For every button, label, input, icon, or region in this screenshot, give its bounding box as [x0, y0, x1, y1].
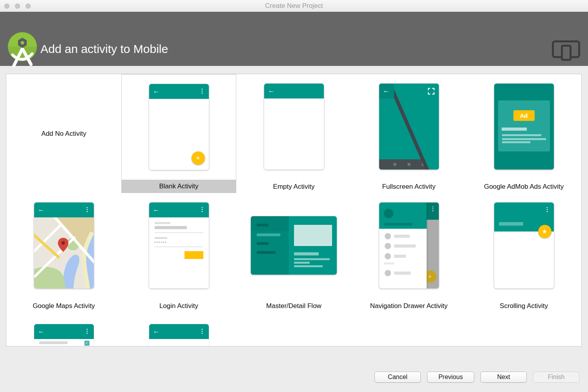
template-fullscreen-activity[interactable]: ← Fullscreen Activity: [351, 74, 466, 193]
blank-activity-preview: ← ⋮ +: [149, 84, 209, 170]
template-add-no-activity[interactable]: Add No Activity: [6, 74, 121, 193]
fab-plus-icon: +: [192, 151, 205, 165]
drawer-item: [379, 243, 427, 249]
page-title: Add an activity to Mobile: [40, 42, 168, 56]
back-arrow-icon: ←: [38, 327, 45, 335]
drawer-item-text: [394, 244, 416, 248]
wizard-header: Add an activity to Mobile: [0, 12, 588, 66]
list-item-placeholder: [257, 242, 268, 245]
fullscreen-illustration: [379, 84, 439, 170]
back-arrow-icon: ←: [383, 87, 390, 95]
template-label: Google Maps Activity: [6, 299, 121, 312]
drawer-header: [379, 202, 427, 229]
template-partial-row3-1[interactable]: ← ⋮ ✓: [6, 312, 121, 346]
overflow-menu-icon: ⋮: [199, 88, 205, 95]
template-master-detail-flow[interactable]: Master/Detail Flow: [236, 193, 351, 312]
master-detail-preview: [251, 216, 337, 275]
avatar: [384, 209, 393, 218]
detail-text-placeholder: [294, 258, 330, 260]
text-placeholder: [502, 128, 527, 131]
mock-body: ••••••: [149, 217, 209, 288]
overflow-menu-icon: ⋮: [430, 205, 436, 212]
wizard-footer: Cancel Previous Next Finish: [374, 372, 579, 383]
text-placeholder: [502, 134, 541, 136]
template-label: Add No Activity: [41, 130, 86, 138]
empty-activity-preview: ←: [264, 84, 324, 170]
template-label: Master/Detail Flow: [236, 299, 351, 312]
template-google-maps-activity[interactable]: ← ⋮ Goo: [6, 193, 121, 312]
template-blank-activity[interactable]: ← ⋮ + Blank Activity: [121, 74, 236, 193]
template-label: Scrolling Activity: [466, 299, 581, 312]
previous-button[interactable]: Previous: [427, 372, 474, 383]
mock-body: [264, 98, 324, 170]
template-label: Fullscreen Activity: [351, 180, 466, 193]
detail-image-placeholder: [294, 225, 332, 246]
login-activity-preview: ← ⋮ ••••••: [149, 202, 209, 288]
drawer-item-icon: [385, 270, 391, 276]
empty-cell: [466, 312, 581, 346]
overflow-menu-icon: ⋮: [84, 328, 90, 335]
list-item-placeholder: [257, 224, 268, 226]
template-navigation-drawer-activity[interactable]: ⋮ +: [351, 193, 466, 312]
admob-activity-preview: Ad: [494, 84, 554, 170]
overflow-menu-icon: ⋮: [544, 206, 550, 213]
template-partial-row3-2[interactable]: ← ⋮: [121, 312, 236, 346]
selected-item-placeholder: [257, 233, 280, 236]
toolbar-title-placeholder: [499, 222, 523, 226]
field-underline: [155, 232, 203, 233]
maps-activity-preview: ← ⋮: [34, 202, 94, 288]
cancel-button[interactable]: Cancel: [374, 372, 421, 383]
empty-cell: [236, 312, 351, 346]
drawer-item-icon: [385, 243, 391, 249]
drawer-divider: [384, 263, 394, 264]
template-grid: Add No Activity ← ⋮ + Blank Activity ←: [6, 74, 581, 346]
detail-text-placeholder: [294, 265, 323, 267]
overflow-menu-icon: ⋮: [199, 328, 205, 335]
nav-drawer-preview: ⋮ +: [379, 202, 439, 288]
activity-template-gallery: Add No Activity ← ⋮ + Blank Activity ←: [6, 74, 582, 346]
template-admob-ads-activity[interactable]: Ad Google AdMob Ads Activity: [466, 74, 581, 193]
back-arrow-icon: ←: [153, 206, 160, 213]
text-placeholder: [502, 138, 546, 140]
appbar: ← ⋮: [149, 84, 209, 99]
next-button[interactable]: Next: [480, 372, 527, 383]
window-titlebar: Create New Project: [0, 0, 588, 12]
drawer-item-text: [394, 272, 411, 275]
appbar: ← ⋮: [34, 202, 94, 217]
mock-body: +: [149, 99, 209, 170]
template-empty-activity[interactable]: ← Empty Activity: [236, 74, 351, 193]
back-arrow-icon: ←: [153, 87, 160, 95]
drawer-item: [379, 270, 427, 276]
partial-activity-preview: ← ⋮: [149, 324, 209, 346]
form-factor-devices-icon: [552, 40, 580, 61]
drawer-item-icon: [385, 233, 391, 239]
checkbox-icon: ✓: [84, 341, 89, 346]
template-label: Navigation Drawer Activity: [351, 299, 466, 312]
ad-badge: Ad: [513, 110, 535, 121]
phone-icon: [561, 45, 572, 61]
drawer-item-icon: [385, 253, 391, 259]
back-arrow-icon: ←: [153, 327, 160, 335]
signin-button-placeholder: [184, 251, 203, 259]
password-dots: ••••••: [154, 239, 167, 245]
drawer-item: [379, 233, 427, 239]
mock-body: ✓: [34, 339, 94, 346]
overflow-menu-icon: ⋮: [84, 206, 90, 213]
fullscreen-expand-icon: [428, 88, 435, 95]
template-label: Empty Activity: [236, 180, 351, 193]
text-placeholder: [502, 141, 530, 143]
back-arrow-icon: ←: [38, 206, 45, 213]
appbar: ← ⋮: [149, 324, 209, 339]
template-scrolling-activity[interactable]: ⋮ ★ Scrolling Activity: [466, 193, 581, 312]
overflow-menu-icon: ⋮: [199, 206, 205, 213]
detail-title-placeholder: [294, 252, 319, 255]
drawer-panel: [379, 202, 427, 288]
text-field-placeholder: [155, 226, 187, 229]
text-placeholder: [39, 341, 68, 344]
back-arrow-icon: ←: [268, 87, 275, 95]
map-illustration: [34, 217, 94, 288]
fullscreen-activity-preview: ←: [379, 84, 439, 170]
background-appbar: ⋮: [427, 202, 439, 220]
finish-button: Finish: [533, 372, 579, 383]
template-login-activity[interactable]: ← ⋮ •••••• Login Activity: [121, 193, 236, 312]
